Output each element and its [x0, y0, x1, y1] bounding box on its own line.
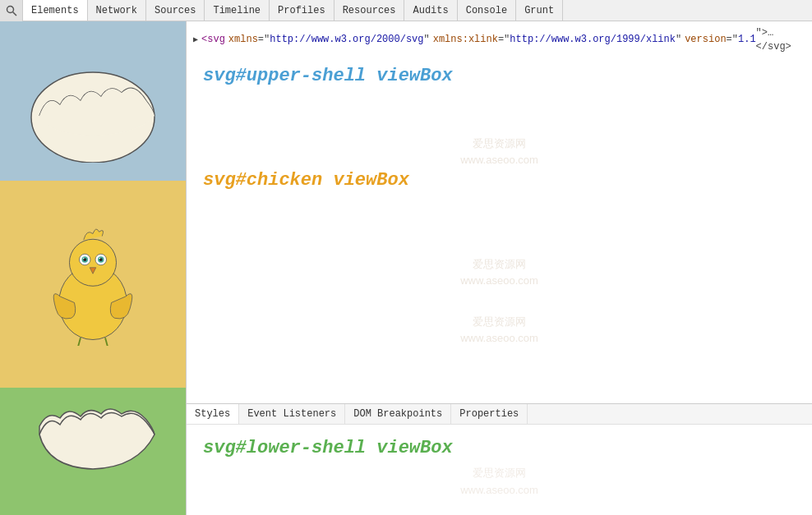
attr-xmlns: xmlns	[228, 33, 258, 47]
attr-version-val: 1.1	[738, 33, 756, 47]
tab-sources[interactable]: Sources	[146, 0, 205, 21]
tab-timeline[interactable]: Timeline	[205, 0, 270, 21]
attr-version: version	[685, 33, 726, 47]
svg-point-12	[99, 258, 101, 260]
tab-properties[interactable]: Properties	[451, 404, 528, 424]
tab-resources[interactable]: Resources	[334, 0, 405, 21]
toolbar-tabs: Elements Network Sources Timeline Profil…	[23, 0, 563, 21]
svg-point-0	[7, 6, 13, 12]
watermark-4: 爱思资源网www.aseoo.com	[203, 465, 796, 499]
dom-view[interactable]: ▶ <svg xmlns="http://www.w3.org/2000/svg…	[187, 21, 812, 403]
selector-chicken: svg#chicken viewBox	[187, 160, 812, 240]
preview-chicken	[0, 181, 186, 388]
tab-console[interactable]: Console	[458, 0, 516, 21]
svg-line-13	[77, 338, 81, 346]
attr-xmlns-val: http://www.w3.org/2000/svg	[270, 33, 423, 47]
watermark-3: 爱思资源网www.aseoo.com	[460, 314, 538, 348]
selector-upper-shell: svg#upper-shell viewBox	[187, 56, 812, 136]
main-area: ▶ <svg xmlns="http://www.w3.org/2000/svg…	[0, 21, 812, 515]
triangle-icon[interactable]: ▶	[193, 34, 198, 46]
attr-xlink-val: http://www.w3.org/1999/xlink	[510, 33, 676, 47]
tab-event-listeners[interactable]: Event Listeners	[239, 404, 345, 424]
tab-profiles[interactable]: Profiles	[270, 0, 334, 21]
selector-lower-shell: svg#lower-shell viewBox	[203, 431, 796, 458]
tab-audits[interactable]: Audits	[404, 0, 457, 21]
tab-styles[interactable]: Styles	[187, 404, 239, 424]
bottom-tabs: Styles Event Listeners DOM Breakpoints P…	[187, 403, 812, 425]
tab-dom-breakpoints[interactable]: DOM Breakpoints	[345, 404, 451, 424]
devtools-toolbar: Elements Network Sources Timeline Profil…	[0, 0, 812, 21]
attr-xlink: xmlns:xlink	[433, 33, 498, 47]
svg-line-17	[105, 338, 108, 346]
svg-point-8	[83, 258, 85, 260]
tag-svg-open: <svg	[201, 33, 225, 47]
tab-grunt[interactable]: Grunt	[516, 0, 563, 21]
dom-row-svg: ▶ <svg xmlns="http://www.w3.org/2000/svg…	[187, 25, 812, 56]
elements-panel: ▶ <svg xmlns="http://www.w3.org/2000/svg…	[187, 21, 812, 515]
tab-elements[interactable]: Elements	[23, 0, 88, 21]
preview-panel	[0, 21, 187, 515]
bottom-content: svg#lower-shell viewBox 爱思资源网www.aseoo.c…	[187, 425, 812, 515]
preview-upper-shell	[0, 21, 186, 181]
svg-line-1	[12, 11, 16, 16]
preview-lower-shell	[0, 388, 186, 515]
search-button[interactable]	[0, 0, 23, 21]
svg-point-4	[70, 239, 117, 286]
tab-network[interactable]: Network	[88, 0, 146, 21]
